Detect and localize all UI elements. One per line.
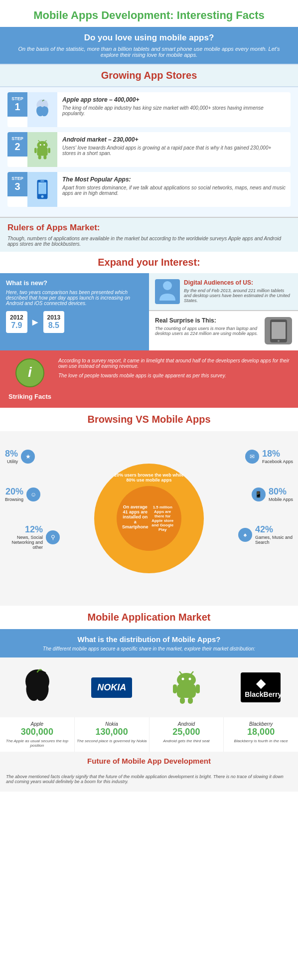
year-box-2013: 2013 8.5 <box>43 311 65 333</box>
svg-line-4 <box>38 140 40 142</box>
stat-browsing-pct: 20% <box>5 487 23 497</box>
step-2-text: Users' love towards Android apps is grow… <box>62 145 286 156</box>
nokia-logo-item: NOKIA <box>75 662 149 712</box>
arrow-icon: ► <box>30 317 40 328</box>
stat-networking: 12% News, Social Networking and other ⚲ <box>5 524 60 550</box>
nokia-logo: NOKIA <box>91 677 132 698</box>
digital-audiences: Digital Audiences of US: By the end of F… <box>149 273 298 311</box>
real-surprise: Real Surprise is This: The counting of a… <box>149 311 298 350</box>
android-icon <box>33 139 52 160</box>
browsing-title: Browsing VS Mobile Apps <box>0 408 298 431</box>
svg-rect-8 <box>48 148 50 154</box>
svg-point-16 <box>163 281 172 290</box>
blackberry-number: 18,000 <box>226 727 296 737</box>
svg-rect-31 <box>180 697 185 704</box>
striking-text2: The love of people towards mobile apps i… <box>58 373 291 378</box>
stat-browsing-label: Browsing <box>5 497 23 502</box>
market-header-subtitle: The different mobile apps secure a speci… <box>10 646 288 652</box>
striking-left: i Striking Facts <box>7 358 52 400</box>
growing-title: Growing App Stores <box>0 64 298 87</box>
expand-left: What is new? Here, two years comparison … <box>0 273 149 350</box>
step-2-heading: Android market – 230,000+ <box>62 136 286 143</box>
info-icon: i <box>15 358 45 388</box>
svg-point-24 <box>181 678 184 680</box>
stat-networking-pct: 12% <box>5 524 43 535</box>
striking-label: Striking Facts <box>7 393 52 400</box>
rulers-section: Rulers of Apps Market: Though, numbers o… <box>0 217 298 252</box>
step-1-content: Apple app store – 400,000+ The king of m… <box>57 92 291 120</box>
nokia-brand: Nokia <box>77 721 147 727</box>
apple-brand: Apple <box>2 721 72 727</box>
market-blue-header: What is the distribution of Mobile Apps?… <box>0 629 298 657</box>
step-3-text: Apart from stores dominance, if we talk … <box>62 185 286 196</box>
circle-diagram: 8% Utility ★ 20% Browsing ☺ 12% News, So… <box>5 439 293 598</box>
svg-rect-30 <box>196 684 200 693</box>
step-2-row: STEP 2 <box>7 132 291 167</box>
stat-facebook-pct: 18% <box>262 449 293 459</box>
step-1-num: 1 <box>14 101 20 113</box>
step-2-icon <box>27 132 57 167</box>
bb-icon: ◆ <box>245 676 277 690</box>
stat-games: ♠ 42% Games, Music and Search <box>238 524 293 545</box>
step-3-content: The Most Popular Apps: Apart from stores… <box>57 172 291 200</box>
svg-rect-12 <box>38 182 46 194</box>
svg-rect-14 <box>40 180 44 181</box>
svg-rect-18 <box>272 322 286 339</box>
stat-games-label: Games, Music and Search <box>255 535 293 545</box>
step-1-heading: Apple app store – 400,000+ <box>62 96 286 103</box>
nokia-number: 130,000 <box>77 727 147 737</box>
games-icon: ♠ <box>238 528 252 542</box>
market-header-title: What is the distribution of Mobile Apps? <box>10 635 288 644</box>
svg-rect-15 <box>39 183 42 184</box>
digital-icon <box>155 279 180 304</box>
stat-utility: 8% Utility ★ <box>5 449 60 464</box>
striking-text1: According to a survey report, it came in… <box>58 358 291 369</box>
step-1-word: STEP <box>11 96 23 101</box>
future-title: Future of Mobile App Development <box>0 752 298 770</box>
market-title: Mobile Application Market <box>0 606 298 629</box>
svg-rect-7 <box>34 148 37 154</box>
svg-text:i: i <box>28 364 32 380</box>
outer-circle: 20% users browse the web while 80% use m… <box>94 464 204 573</box>
android-brand: Android <box>151 721 222 727</box>
platform-stats: Apple 300,000 The Apple as usual secures… <box>0 717 298 752</box>
step-3-label: STEP 3 <box>7 172 27 196</box>
step-3-word: STEP <box>11 176 23 181</box>
svg-point-19 <box>278 340 280 342</box>
surprise-title: Real Surprise is This: <box>155 317 261 324</box>
person-icon <box>157 281 177 303</box>
surprise-desc: The counting of apps users is more than … <box>155 326 261 336</box>
surprise-text: Real Surprise is This: The counting of a… <box>155 317 261 336</box>
what-is-new-text: Here, two years comparison has been pres… <box>6 290 143 306</box>
svg-rect-29 <box>173 684 177 693</box>
browsing-icon: ☺ <box>26 488 40 501</box>
android-stat: Android 25,000 Android gets the third se… <box>149 717 224 752</box>
what-is-new-title: What is new? <box>6 279 143 287</box>
android-number: 25,000 <box>151 727 222 737</box>
blackberry-brand: Blackberry <box>226 721 296 727</box>
mid-circle-label: On average 41 apps are installed on a Sm… <box>122 504 149 529</box>
stat-utility-pct: 8% <box>5 449 18 459</box>
svg-line-26 <box>179 671 182 674</box>
rulers-text: Though, numbers of applications are avai… <box>7 236 291 247</box>
main-title: Mobile Apps Development: Interesting Fac… <box>0 0 298 27</box>
stat-games-pct: 42% <box>255 524 293 535</box>
apple-logo <box>20 667 55 707</box>
nokia-desc: The second place is governed by Nokia <box>77 739 147 743</box>
year-box-2012: 2012 7.9 <box>6 311 27 333</box>
blackberry-logo: ◆ BlackBerry <box>241 672 281 702</box>
stat-facebook-label: Facebook Apps <box>262 459 293 464</box>
apple-desc: The Apple as usual secures the top posit… <box>2 739 72 748</box>
phone-icon <box>34 179 50 200</box>
stat-mobileapps-label: Mobile Apps <box>269 497 293 502</box>
svg-line-5 <box>45 140 46 142</box>
outer-circle-label: 20% users browse the web while 80% use m… <box>114 473 184 483</box>
step-2-num: 2 <box>14 141 20 153</box>
nokia-stat: Nokia 130,000 The second place is govern… <box>75 717 149 752</box>
apple-number: 300,000 <box>2 727 72 737</box>
svg-rect-28 <box>177 684 196 698</box>
circle-section: 8% Utility ★ 20% Browsing ☺ 12% News, So… <box>0 431 298 606</box>
utility-icon: ★ <box>21 450 35 464</box>
svg-point-13 <box>41 195 43 198</box>
apple-stat: Apple 300,000 The Apple as usual secures… <box>0 717 75 752</box>
